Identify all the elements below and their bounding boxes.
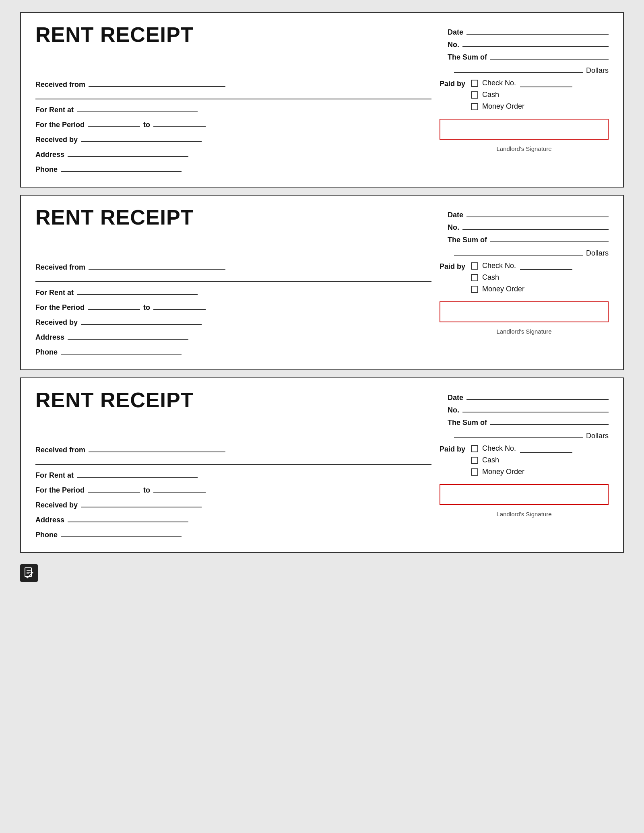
check-no-field-2[interactable]: [520, 262, 572, 270]
received-by-field-3[interactable]: [81, 499, 202, 507]
money-order-option-1: Money Order: [471, 102, 572, 111]
date-field-2[interactable]: [466, 209, 609, 217]
sum-field-2[interactable]: [490, 234, 609, 242]
phone-field-2[interactable]: [61, 346, 182, 355]
received-from-field-1[interactable]: [89, 79, 225, 87]
check-option-3: Check No.: [471, 444, 572, 453]
body-section-3: Received from For Rent at For the Period…: [35, 444, 609, 539]
paid-by-label-2: Paid by: [440, 262, 465, 271]
right-fields-1: Paid by Check No. Cash Money Order: [440, 79, 609, 152]
check-option-2: Check No.: [471, 262, 572, 270]
cash-label-2: Cash: [482, 273, 499, 282]
money-order-checkbox-3[interactable]: [471, 468, 478, 476]
cash-option-2: Cash: [471, 273, 572, 282]
paid-by-label-1: Paid by: [440, 79, 465, 88]
cash-checkbox-3[interactable]: [471, 457, 478, 464]
period-from-field-2[interactable]: [88, 302, 140, 310]
period-label-1: For the Period: [35, 121, 85, 129]
address-field-2[interactable]: [68, 332, 188, 340]
period-to-field-3[interactable]: [153, 485, 206, 493]
for-rent-field-1[interactable]: [77, 104, 198, 112]
received-from-field-2[interactable]: [89, 262, 225, 270]
date-row-2: Date: [448, 209, 609, 219]
cash-checkbox-1[interactable]: [471, 91, 478, 99]
received-by-field-2[interactable]: [81, 317, 202, 325]
address-label-1: Address: [35, 151, 64, 159]
for-rent-label-3: For Rent at: [35, 471, 74, 480]
date-label-3: Date: [448, 394, 463, 402]
no-row-3: No.: [448, 404, 609, 414]
period-to-field-1[interactable]: [153, 119, 206, 127]
sum-label-2: The Sum of: [448, 236, 487, 244]
no-field-3[interactable]: [462, 404, 609, 412]
signature-box-1[interactable]: [440, 119, 609, 140]
dollars-label-1: Dollars: [586, 66, 609, 75]
signature-label-3: Landlord's Signature: [440, 511, 609, 518]
dollars-field-2[interactable]: [454, 247, 583, 256]
date-row-3: Date: [448, 392, 609, 402]
to-label-1: to: [143, 121, 150, 129]
address-row-1: Address: [35, 149, 431, 159]
body-section-1: Received from For Rent at For the Period…: [35, 79, 609, 174]
receipt-title-1: RENT RECEIPT: [35, 24, 194, 45]
cash-option-3: Cash: [471, 456, 572, 464]
received-by-field-1[interactable]: [81, 134, 202, 142]
document-icon: [20, 564, 38, 582]
for-rent-field-2[interactable]: [77, 287, 198, 295]
sum-field-3[interactable]: [490, 417, 609, 425]
phone-label-1: Phone: [35, 165, 58, 174]
payment-options-1: Check No. Cash Money Order: [471, 79, 572, 111]
received-from-line2-1[interactable]: [35, 91, 431, 99]
check-checkbox-2[interactable]: [471, 262, 478, 270]
no-field-1[interactable]: [462, 39, 609, 47]
money-order-checkbox-1[interactable]: [471, 103, 478, 110]
for-rent-row-2: For Rent at: [35, 287, 431, 297]
received-from-line2-3[interactable]: [35, 457, 431, 465]
signature-box-3[interactable]: [440, 484, 609, 505]
period-row-2: For the Period to: [35, 302, 431, 312]
received-by-label-3: Received by: [35, 501, 78, 509]
received-from-area-1: Received from: [35, 79, 431, 99]
sum-label-3: The Sum of: [448, 419, 487, 427]
period-to-field-2[interactable]: [153, 302, 206, 310]
right-fields-3: Paid by Check No. Cash Money Order: [440, 444, 609, 518]
period-from-field-1[interactable]: [88, 119, 140, 127]
cash-label-3: Cash: [482, 456, 499, 464]
phone-field-3[interactable]: [61, 529, 182, 537]
dollars-row-1: Dollars: [448, 65, 609, 75]
right-fields-2: Paid by Check No. Cash Money Order: [440, 262, 609, 335]
dollars-field-1[interactable]: [454, 65, 583, 73]
check-no-field-1[interactable]: [520, 79, 572, 87]
signature-box-2[interactable]: [440, 301, 609, 322]
receipt-2: RENT RECEIPT Date No. The Sum of Dollars: [20, 195, 624, 370]
money-order-checkbox-2[interactable]: [471, 286, 478, 293]
check-no-field-3[interactable]: [520, 445, 572, 453]
check-checkbox-3[interactable]: [471, 445, 478, 452]
received-from-field-3[interactable]: [89, 444, 225, 452]
sum-field-1[interactable]: [490, 52, 609, 60]
period-label-3: For the Period: [35, 486, 85, 495]
date-field-3[interactable]: [466, 392, 609, 400]
sum-row-1: The Sum of: [448, 52, 609, 62]
money-order-option-2: Money Order: [471, 285, 572, 293]
check-label-3: Check No.: [482, 444, 516, 453]
no-field-2[interactable]: [462, 222, 609, 230]
address-field-1[interactable]: [68, 149, 188, 157]
check-checkbox-1[interactable]: [471, 80, 478, 87]
payment-options-2: Check No. Cash Money Order: [471, 262, 572, 293]
receipt-3: RENT RECEIPT Date No. The Sum of Dollars: [20, 377, 624, 553]
phone-field-1[interactable]: [61, 164, 182, 172]
for-rent-field-3[interactable]: [77, 470, 198, 478]
dollars-field-3[interactable]: [454, 430, 583, 438]
phone-label-2: Phone: [35, 348, 58, 357]
check-label-1: Check No.: [482, 79, 516, 87]
date-field-1[interactable]: [466, 27, 609, 35]
left-fields-2: Received from For Rent at For the Period…: [35, 262, 431, 357]
period-from-field-3[interactable]: [88, 485, 140, 493]
cash-checkbox-2[interactable]: [471, 274, 478, 281]
received-by-row-1: Received by: [35, 134, 431, 144]
received-by-label-1: Received by: [35, 136, 78, 144]
address-label-2: Address: [35, 333, 64, 342]
address-field-3[interactable]: [68, 514, 188, 522]
received-from-line2-2[interactable]: [35, 274, 431, 282]
